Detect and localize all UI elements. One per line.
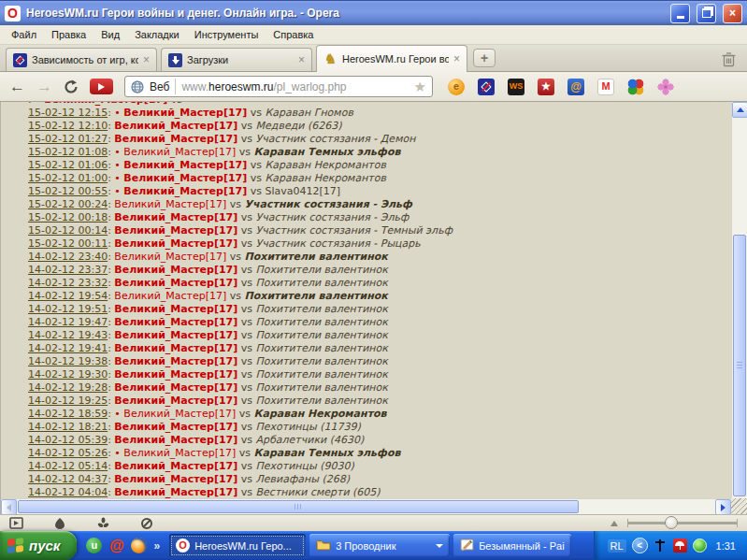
- tab-close-icon[interactable]: ×: [298, 54, 305, 65]
- battle-date-link[interactable]: 15-02-12 01:06: [28, 159, 108, 171]
- bookmark-star-icon[interactable]: ★: [414, 79, 426, 93]
- battle-date-link[interactable]: 14-02-12 19:38: [28, 355, 108, 367]
- start-button[interactable]: пуск: [0, 531, 77, 560]
- webmoney-coin-icon[interactable]: e: [448, 79, 465, 95]
- task-button[interactable]: Безымянный - Paint: [453, 534, 571, 557]
- battle-date-link[interactable]: 14-02-12 04:37: [28, 473, 108, 485]
- search-engine-label[interactable]: Веб: [150, 80, 169, 93]
- battle-date-link[interactable]: 14-02-12 18:59: [28, 408, 108, 420]
- unite-icon[interactable]: [53, 517, 66, 529]
- address-bar[interactable]: Веб www.heroeswm.ru/pl_warlog.php ★: [124, 76, 433, 97]
- flower-extension-icon[interactable]: [657, 79, 674, 95]
- battle-date-link[interactable]: 15-02-12 00:11: [28, 237, 108, 250]
- horizontal-scroll-thumb[interactable]: [18, 500, 579, 513]
- red-star-extension-icon[interactable]: ★: [538, 79, 554, 95]
- heroeswm-logo-icon[interactable]: [478, 79, 495, 95]
- battle-date-link[interactable]: 14-02-12 19:28: [28, 381, 108, 394]
- battle-date-link[interactable]: 14-02-12 19:30: [28, 368, 108, 381]
- zoom-indicator-icon: [611, 521, 618, 526]
- hide-icons-chevron-icon[interactable]: <: [632, 538, 648, 553]
- language-indicator[interactable]: RL: [608, 539, 626, 553]
- quick-launch-overflow-chevron[interactable]: »: [153, 539, 160, 553]
- menu-item[interactable]: Файл: [4, 26, 44, 43]
- vs-separator: vs: [237, 368, 255, 381]
- menu-item[interactable]: Справка: [266, 26, 321, 43]
- scroll-left-button[interactable]: [1, 499, 17, 514]
- battle-date-link[interactable]: 15-02-12 01:00: [28, 172, 108, 184]
- battle-date-link[interactable]: 14-02-12 18:21: [28, 421, 108, 433]
- battle-date-link[interactable]: 14-02-12 19:25: [28, 395, 108, 407]
- battle-date-link[interactable]: 15-02-12 00:24: [28, 198, 108, 210]
- battle-date-link[interactable]: 14-02-12 19:47: [28, 316, 108, 328]
- horizontal-scrollbar[interactable]: [1, 498, 731, 514]
- reload-button[interactable]: [64, 79, 79, 94]
- forward-button[interactable]: →: [36, 79, 52, 94]
- utorrent-icon[interactable]: u: [86, 538, 102, 553]
- url-field[interactable]: www.heroeswm.ru/pl_warlog.php: [181, 80, 408, 93]
- battle-date-link[interactable]: 14-02-12 05:39: [28, 434, 108, 446]
- url-path: /pl_warlog.php: [273, 80, 346, 93]
- zoom-control[interactable]: [611, 521, 738, 526]
- colors-extension-icon[interactable]: [627, 79, 644, 95]
- scroll-up-button[interactable]: [732, 102, 747, 118]
- gmail-extension-icon[interactable]: M: [597, 79, 614, 95]
- battle-date-link[interactable]: 14-02-12 23:40: [28, 251, 108, 263]
- restore-button[interactable]: [697, 4, 716, 23]
- desktop: O HeroesWM.ru Герои войны и денег. Онлай…: [0, 0, 747, 560]
- url-prefix: www.: [181, 80, 208, 93]
- battle-date-link[interactable]: 14-02-12 19:54: [28, 290, 108, 302]
- battle-date-link[interactable]: 14-02-12 23:32: [28, 277, 108, 289]
- battle-date-link[interactable]: 15-02-12 00:18: [28, 211, 108, 223]
- mailru-agent-icon[interactable]: @: [108, 538, 124, 553]
- resize-grip[interactable]: [731, 498, 747, 514]
- battle-date-link[interactable]: 14-02-12 23:37: [28, 264, 108, 276]
- menu-item[interactable]: Инструменты: [187, 26, 266, 43]
- avira-tray-icon[interactable]: [673, 538, 687, 553]
- battle-date-link[interactable]: 14-02-12 19:41: [28, 342, 108, 354]
- battle-date-link[interactable]: 15-02-12 12:15: [28, 107, 108, 119]
- vertical-scroll-thumb[interactable]: [733, 235, 746, 496]
- cursor-tray-icon[interactable]: [654, 538, 668, 553]
- window-titlebar[interactable]: O HeroesWM.ru Герои войны и денег. Онлай…: [0, 0, 747, 25]
- battle-date-link[interactable]: 15-02-12 12:10: [28, 120, 108, 132]
- youtube-extension-button[interactable]: [90, 79, 113, 94]
- battle-date-link[interactable]: 14-02-12 04:04: [28, 486, 108, 498]
- battle-date-link[interactable]: 15-02-12 00:55: [28, 185, 108, 197]
- vertical-scrollbar[interactable]: [731, 102, 747, 514]
- firefox-icon[interactable]: [131, 538, 147, 553]
- tab-heroeswm[interactable]: ♞HeroesWM.ru Герои вой...×: [316, 45, 467, 72]
- menu-item[interactable]: Вид: [93, 26, 127, 43]
- agent-tray-icon[interactable]: [693, 538, 707, 553]
- zoom-slider-knob[interactable]: [665, 516, 678, 529]
- tab-hwm-forum[interactable]: Зависимость от игр, ко...×: [6, 48, 157, 71]
- battle-date-link[interactable]: 14-02-12 05:14: [28, 460, 108, 472]
- tab-downloads[interactable]: Загрузки×: [161, 48, 312, 71]
- tab-close-icon[interactable]: ×: [453, 53, 460, 65]
- battle-date-link[interactable]: 14-02-12 19:43: [28, 329, 108, 341]
- ws-extension-icon[interactable]: WS: [508, 79, 524, 95]
- tab-close-icon[interactable]: ×: [143, 54, 150, 65]
- sync-icon[interactable]: [140, 517, 153, 530]
- task-button[interactable]: OHeroesWM.ru Геро...: [169, 534, 306, 557]
- battle-date-link[interactable]: 14-02-12 05:26: [28, 447, 108, 459]
- closed-tabs-trash-icon[interactable]: [719, 50, 738, 68]
- menu-item[interactable]: Закладки: [127, 26, 187, 43]
- minimize-button[interactable]: [670, 4, 690, 23]
- battle-date-link[interactable]: 15-02-12 01:27: [28, 133, 108, 145]
- zoom-slider-track[interactable]: [627, 522, 738, 524]
- horizontal-scroll-track[interactable]: [17, 499, 715, 514]
- menu-item[interactable]: Правка: [44, 26, 93, 43]
- turbo-icon[interactable]: [96, 517, 110, 530]
- battle-date-link[interactable]: 15-02-12 01:08: [28, 146, 108, 158]
- task-button[interactable]: 3 Проводник: [309, 534, 450, 557]
- vs-separator: vs: [226, 198, 244, 210]
- new-tab-button[interactable]: +: [473, 49, 496, 67]
- opponent-name: Участник состязания - Рыцарь: [256, 237, 421, 250]
- at-mail-extension-icon[interactable]: @: [567, 79, 584, 95]
- battle-date-link[interactable]: 15-02-12 00:14: [28, 224, 108, 237]
- panels-icon[interactable]: [9, 517, 23, 529]
- scroll-right-button[interactable]: [715, 499, 731, 514]
- battle-date-link[interactable]: 14-02-12 19:51: [28, 303, 108, 315]
- close-button[interactable]: ×: [723, 4, 742, 23]
- back-button[interactable]: ←: [9, 79, 25, 94]
